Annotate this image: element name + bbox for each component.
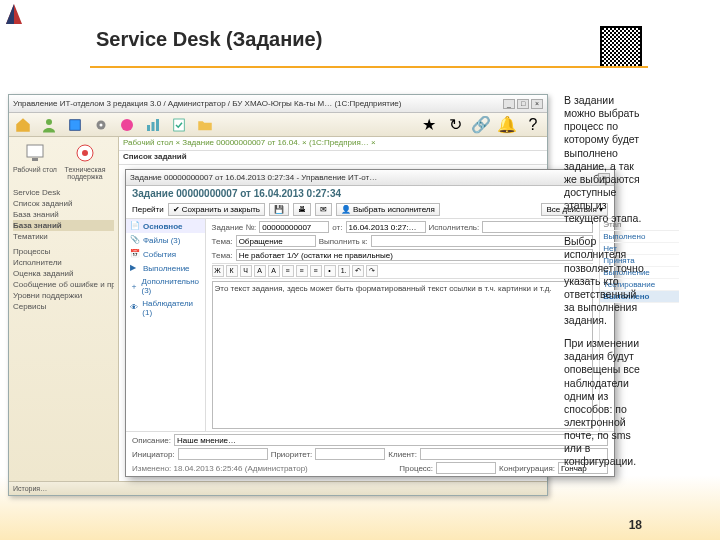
client-label: Клиент: bbox=[388, 450, 417, 459]
main-toolbar: ★ ↻ 🔗 🔔 ? bbox=[9, 113, 547, 137]
svg-rect-7 bbox=[147, 125, 150, 131]
svg-point-5 bbox=[100, 123, 103, 126]
theme-input[interactable] bbox=[236, 235, 316, 247]
go-label: Перейти bbox=[132, 205, 164, 214]
folder-icon[interactable] bbox=[195, 115, 215, 135]
task-form: Задание №: от: Исполнитель: Тема: bbox=[206, 219, 600, 431]
rte-underline[interactable]: Ч bbox=[240, 265, 252, 277]
description-label: Описание: bbox=[132, 436, 171, 445]
gear-icon[interactable] bbox=[91, 115, 111, 135]
svg-point-6 bbox=[121, 119, 133, 131]
mail-button[interactable]: ✉ bbox=[315, 203, 332, 216]
date-label: от: bbox=[332, 223, 342, 232]
initiator-input[interactable] bbox=[178, 448, 268, 460]
rte-italic[interactable]: К bbox=[226, 265, 238, 277]
sidebar-item-selected[interactable]: База знаний bbox=[13, 220, 114, 231]
statusbar: История… bbox=[9, 481, 547, 495]
rte-align-center[interactable]: ≡ bbox=[296, 265, 308, 277]
svg-marker-1 bbox=[6, 4, 14, 24]
paragraph: В задании можно выбрать процесс по котор… bbox=[564, 94, 648, 225]
rte-toolbar: Ж К Ч A A ≡ ≡ ≡ • 1. bbox=[212, 263, 594, 279]
rte-bullets[interactable]: • bbox=[324, 265, 336, 277]
window-title: Управление ИТ-отделом 3 редакция 3.0 / А… bbox=[13, 99, 401, 108]
deadline-input[interactable] bbox=[371, 235, 594, 247]
cube-icon[interactable] bbox=[65, 115, 85, 135]
sidebar-item[interactable]: Процессы bbox=[13, 246, 114, 257]
svg-rect-10 bbox=[174, 119, 185, 131]
executor-label: Исполнитель: bbox=[429, 223, 480, 232]
svg-point-2 bbox=[46, 119, 52, 125]
paragraph: При изменении задания будут оповещены вс… bbox=[564, 337, 648, 468]
rte-align-right[interactable]: ≡ bbox=[310, 265, 322, 277]
task-tabs: 📄Основное 📎Файлы (3) 📅События ▶Выполнени… bbox=[126, 219, 206, 431]
sidebar-item[interactable]: Список заданий bbox=[13, 198, 114, 209]
run-icon: ▶ bbox=[130, 263, 140, 273]
process-label: Процесс: bbox=[399, 464, 433, 473]
sidebar-item[interactable]: Сервисы bbox=[13, 301, 114, 312]
main-area: Рабочий стол × Задание 00000000007 от 16… bbox=[119, 137, 547, 481]
star-icon[interactable]: ★ bbox=[419, 115, 439, 135]
number-input[interactable] bbox=[259, 221, 329, 233]
minimize-button[interactable]: _ bbox=[503, 99, 515, 109]
sidebar-desktop-label: Рабочий стол bbox=[13, 166, 57, 173]
chart-icon[interactable] bbox=[143, 115, 163, 135]
rte-undo[interactable]: ↶ bbox=[352, 265, 364, 277]
history-button[interactable]: История… bbox=[13, 485, 47, 492]
task-window-title: Задание 00000000007 от 16.04.2013 0:27:3… bbox=[130, 173, 377, 182]
rte-bold[interactable]: Ж bbox=[212, 265, 224, 277]
priority-input[interactable] bbox=[315, 448, 385, 460]
subject-input[interactable] bbox=[236, 249, 594, 261]
user-icon[interactable] bbox=[39, 115, 59, 135]
theme-label: Тема: bbox=[212, 237, 233, 246]
tab-observers[interactable]: 👁Наблюдатели (1) bbox=[126, 297, 205, 319]
tab-main[interactable]: 📄Основное bbox=[126, 219, 205, 233]
help-icon[interactable]: ? bbox=[523, 115, 543, 135]
tab-exec[interactable]: ▶Выполнение bbox=[126, 261, 205, 275]
save-button[interactable]: 💾 bbox=[269, 203, 289, 216]
date-input[interactable] bbox=[346, 221, 426, 233]
eye-icon: 👁 bbox=[130, 303, 139, 313]
sidebar-item[interactable]: База знаний bbox=[13, 209, 114, 220]
tab-files[interactable]: 📎Файлы (3) bbox=[126, 233, 205, 247]
plus-icon: ＋ bbox=[130, 281, 138, 291]
sidebar-item[interactable]: Сообщение об ошибке и пр… bbox=[13, 279, 114, 290]
assign-button[interactable]: 👤Выбрать исполнителя bbox=[336, 203, 440, 216]
task-header: Задание 00000000007 от 16.04.2013 0:27:3… bbox=[126, 186, 614, 201]
task-footer-fields: Описание: Инициатор: Приоритет: Клиент: bbox=[126, 431, 614, 476]
sidebar-item[interactable]: Service Desk bbox=[13, 187, 114, 198]
rte-size[interactable]: A bbox=[268, 265, 280, 277]
sidebar-item[interactable]: Исполнители bbox=[13, 257, 114, 268]
rte-redo[interactable]: ↷ bbox=[366, 265, 378, 277]
rte-align-left[interactable]: ≡ bbox=[282, 265, 294, 277]
refresh-icon[interactable]: ↻ bbox=[445, 115, 465, 135]
sidebar-item[interactable]: Уровни поддержки bbox=[13, 290, 114, 301]
description-input[interactable] bbox=[174, 434, 608, 446]
sidebar-support[interactable]: Техническая поддержка bbox=[63, 141, 107, 181]
save-close-button[interactable]: ✔Сохранить и закрыть bbox=[168, 203, 265, 216]
rte-color[interactable]: A bbox=[254, 265, 266, 277]
window-titlebar: Управление ИТ-отделом 3 редакция 3.0 / А… bbox=[9, 95, 547, 113]
qr-code bbox=[600, 26, 642, 68]
home-icon[interactable] bbox=[13, 115, 33, 135]
process-input[interactable] bbox=[436, 462, 496, 474]
palette-icon[interactable] bbox=[117, 115, 137, 135]
sidebar-item[interactable]: Тематики bbox=[13, 231, 114, 242]
maximize-button[interactable]: □ bbox=[517, 99, 529, 109]
sidebar-desktop[interactable]: Рабочий стол bbox=[13, 141, 57, 181]
rte-numbered[interactable]: 1. bbox=[338, 265, 350, 277]
task-icon[interactable] bbox=[169, 115, 189, 135]
doc-icon: 📄 bbox=[130, 221, 140, 231]
task-window: Задание 00000000007 от 16.04.2013 0:27:3… bbox=[125, 169, 615, 477]
bell-icon[interactable]: 🔔 bbox=[497, 115, 517, 135]
rte-body[interactable]: Это текст задания, здесь может быть форм… bbox=[212, 281, 594, 429]
tab-events[interactable]: 📅События bbox=[126, 247, 205, 261]
svg-rect-9 bbox=[156, 119, 159, 131]
close-button[interactable]: × bbox=[531, 99, 543, 109]
sidebar-item[interactable]: Оценка заданий bbox=[13, 268, 114, 279]
slide-title: Service Desk (Задание) bbox=[96, 28, 322, 51]
breadcrumb[interactable]: Рабочий стол × Задание 00000000007 от 16… bbox=[119, 137, 547, 151]
print-button[interactable]: 🖶 bbox=[293, 203, 311, 216]
link-icon[interactable]: 🔗 bbox=[471, 115, 491, 135]
tab-additional[interactable]: ＋Дополнительно (3) bbox=[126, 275, 205, 297]
deadline-label: Выполнить к: bbox=[319, 237, 368, 246]
